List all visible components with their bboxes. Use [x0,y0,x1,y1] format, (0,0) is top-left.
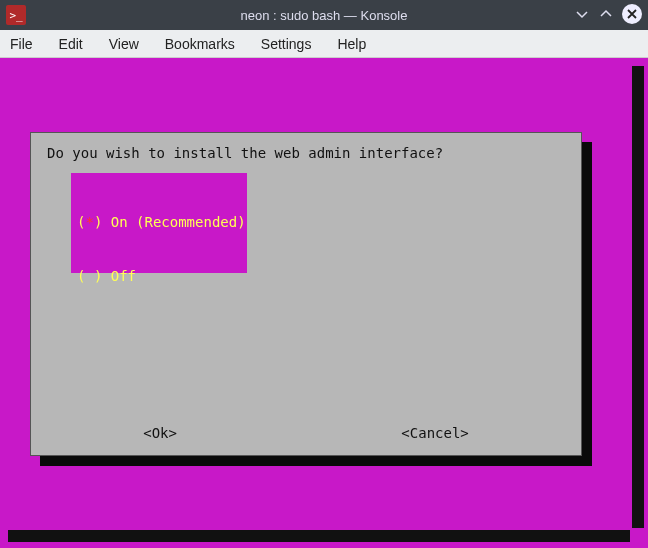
menu-bookmarks[interactable]: Bookmarks [165,36,235,52]
dialog-prompt: Do you wish to install the web admin int… [47,145,443,161]
menu-help[interactable]: Help [337,36,366,52]
terminal-app-icon: >_ [6,5,26,25]
menu-settings[interactable]: Settings [261,36,312,52]
dialog-buttons: <Ok> <Cancel> [31,425,581,441]
dialog-options: (*) On (Recommended) ( ) Off [71,173,247,273]
window-controls [574,4,642,24]
minimize-icon[interactable] [574,6,590,22]
ok-button[interactable]: <Ok> [143,425,177,441]
terminal-area[interactable]: Do you wish to install the web admin int… [0,58,648,548]
menu-file[interactable]: File [10,36,33,52]
option-off-label: Off [111,268,136,284]
menu-view[interactable]: View [109,36,139,52]
menu-edit[interactable]: Edit [59,36,83,52]
close-icon[interactable] [622,4,642,24]
option-off[interactable]: ( ) Off [77,267,241,285]
option-on-label: On (Recommended) [111,214,246,230]
whiptail-dialog: Do you wish to install the web admin int… [30,132,582,456]
titlebar: >_ neon : sudo bash — Konsole [0,0,648,30]
scrollbar-horizontal[interactable] [8,530,630,542]
cancel-button[interactable]: <Cancel> [401,425,468,441]
menubar: File Edit View Bookmarks Settings Help [0,30,648,58]
maximize-icon[interactable] [598,6,614,22]
option-on[interactable]: (*) On (Recommended) [77,213,241,231]
scrollbar-vertical[interactable] [632,66,644,528]
window-title: neon : sudo bash — Konsole [0,8,648,23]
